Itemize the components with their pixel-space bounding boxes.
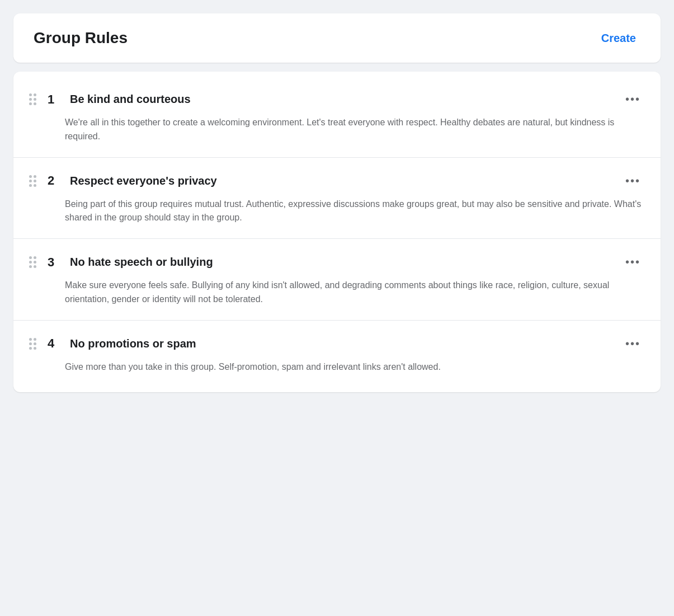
rule-item: 4No promotions or spam•••Give more than … bbox=[13, 321, 661, 388]
more-options-button[interactable]: ••• bbox=[621, 171, 645, 191]
rule-title: Respect everyone's privacy bbox=[70, 175, 621, 187]
rule-header: 2Respect everyone's privacy••• bbox=[29, 171, 645, 191]
more-options-button[interactable]: ••• bbox=[621, 252, 645, 272]
rule-description: Give more than you take in this group. S… bbox=[29, 360, 645, 374]
rule-number: 3 bbox=[48, 255, 61, 270]
rule-title: Be kind and courteous bbox=[70, 93, 621, 106]
rule-header: 4No promotions or spam••• bbox=[29, 334, 645, 354]
rule-title: No promotions or spam bbox=[70, 337, 621, 350]
rule-item: 3No hate speech or bullying•••Make sure … bbox=[13, 239, 661, 321]
rule-number: 4 bbox=[48, 336, 61, 351]
rule-description: Being part of this group requires mutual… bbox=[29, 198, 645, 225]
rule-header: 1Be kind and courteous••• bbox=[29, 90, 645, 109]
header-card: Group Rules Create bbox=[13, 13, 661, 63]
create-button[interactable]: Create bbox=[597, 30, 640, 47]
drag-handle-icon[interactable] bbox=[29, 93, 36, 105]
drag-handle-icon[interactable] bbox=[29, 256, 36, 268]
rule-item: 1Be kind and courteous•••We're all in th… bbox=[13, 76, 661, 158]
rule-item: 2Respect everyone's privacy•••Being part… bbox=[13, 158, 661, 239]
rules-card: 1Be kind and courteous•••We're all in th… bbox=[13, 72, 661, 392]
rule-header: 3No hate speech or bullying••• bbox=[29, 252, 645, 272]
rule-number: 1 bbox=[48, 92, 61, 107]
drag-handle-icon[interactable] bbox=[29, 175, 36, 187]
rule-description: We're all in this together to create a w… bbox=[29, 116, 645, 144]
more-options-button[interactable]: ••• bbox=[621, 90, 645, 109]
rule-description: Make sure everyone feels safe. Bullying … bbox=[29, 279, 645, 307]
more-options-button[interactable]: ••• bbox=[621, 334, 645, 354]
page-title: Group Rules bbox=[34, 29, 128, 47]
drag-handle-icon[interactable] bbox=[29, 338, 36, 350]
rule-title: No hate speech or bullying bbox=[70, 256, 621, 269]
rule-number: 2 bbox=[48, 173, 61, 188]
